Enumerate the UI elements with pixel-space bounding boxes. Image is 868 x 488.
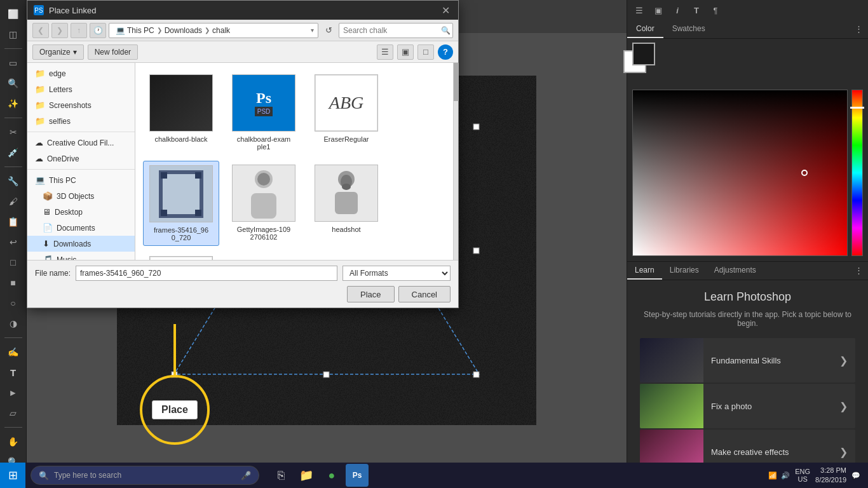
taskbar-task-view[interactable]: ⎘ bbox=[269, 464, 292, 487]
sidebar-music[interactable]: 🎵 Music bbox=[27, 252, 135, 260]
taskbar-network-icon[interactable]: 📶 bbox=[768, 471, 777, 480]
view-options-button[interactable]: ☰ bbox=[377, 44, 393, 60]
dialog-close-button[interactable]: ✕ bbox=[439, 4, 452, 17]
taskbar-file-explorer[interactable]: 📁 bbox=[295, 464, 318, 487]
tutorial-fix-photo[interactable]: Fix a photo ❯ bbox=[640, 384, 855, 428]
sidebar-thispc[interactable]: 💻 This PC bbox=[27, 172, 135, 188]
new-folder-button[interactable]: New folder bbox=[88, 44, 138, 60]
swatches-tab[interactable]: Swatches bbox=[663, 20, 714, 38]
breadcrumb-thispc[interactable]: 💻 This PC bbox=[113, 26, 157, 35]
blur-tool[interactable]: ○ bbox=[4, 294, 23, 312]
taskbar-photoshop[interactable]: Ps bbox=[346, 464, 369, 487]
sidebar-selfies[interactable]: 📁 selfies bbox=[27, 113, 135, 129]
file-seasrn[interactable]: ABG SEASRN__ bbox=[143, 252, 219, 260]
history-brush-tool[interactable]: ↩ bbox=[4, 233, 23, 251]
crop-tool[interactable]: ✂ bbox=[4, 123, 23, 141]
taskbar: ⊞ 🔍 Type here to search 🎤 ⎘ 📁 ● Ps 📶 🔊 E… bbox=[0, 463, 868, 488]
adjustments-tab[interactable]: Adjustments bbox=[707, 262, 764, 280]
file-eraser-regular[interactable]: ABG EraserRegular bbox=[308, 71, 384, 154]
foreground-color-swatch[interactable] bbox=[632, 43, 655, 65]
sidebar-documents[interactable]: 📄 Documents bbox=[27, 220, 135, 236]
search-icon[interactable]: 🔍 bbox=[441, 26, 451, 35]
sidebar-onedrive[interactable]: ☁ OneDrive bbox=[27, 151, 135, 166]
healing-brush-tool[interactable]: 🔧 bbox=[4, 172, 23, 190]
sidebar-downloads[interactable]: ⬇ Downloads bbox=[27, 236, 135, 252]
sidebar-screenshots[interactable]: 📁 Screenshots bbox=[27, 97, 135, 113]
panel-paragraph-icon[interactable]: ¶ bbox=[707, 3, 724, 18]
color-tab[interactable]: Color bbox=[627, 20, 663, 38]
file-gettyimages[interactable]: GettyImages-109 2706102 bbox=[226, 161, 302, 246]
start-button[interactable]: ⊞ bbox=[0, 463, 25, 488]
move-tool[interactable]: ⬜ bbox=[4, 5, 23, 23]
hue-slider[interactable] bbox=[851, 90, 863, 256]
cancel-button[interactable]: Cancel bbox=[398, 286, 451, 302]
hand-tool[interactable]: ✋ bbox=[4, 433, 23, 451]
path-select-tool[interactable]: ► bbox=[4, 384, 23, 402]
sidebar-letters[interactable]: 📁 Letters bbox=[27, 81, 135, 97]
eraser-tool[interactable]: □ bbox=[4, 254, 23, 271]
sep3 bbox=[4, 166, 22, 167]
breadcrumb-downloads[interactable]: Downloads bbox=[162, 26, 205, 35]
nav-refresh-button[interactable]: ↺ bbox=[321, 23, 336, 38]
pen-tool[interactable]: ✍ bbox=[4, 343, 23, 361]
preview-pane-button[interactable]: □ bbox=[417, 44, 434, 60]
search-bar[interactable]: 🔍 bbox=[339, 23, 453, 38]
sidebar-desktop[interactable]: 🖥 Desktop bbox=[27, 204, 135, 220]
help-button[interactable]: ? bbox=[438, 44, 453, 60]
taskbar-clock[interactable]: 3:28 PM 8/28/2019 bbox=[815, 466, 846, 485]
format-select[interactable]: All Formats bbox=[342, 266, 451, 281]
panel-info-icon[interactable]: i bbox=[669, 3, 686, 18]
letters-label: Letters bbox=[49, 85, 72, 94]
quick-select-tool[interactable]: ✨ bbox=[4, 95, 23, 112]
tutorial-fundamental[interactable]: Fundamental Skills ❯ bbox=[640, 338, 855, 383]
taskbar-apps: ⎘ 📁 ● Ps bbox=[264, 464, 374, 487]
hue-indicator bbox=[850, 107, 864, 109]
place-button[interactable]: Place bbox=[347, 286, 395, 302]
taskbar-chrome[interactable]: ● bbox=[320, 464, 343, 487]
learn-panel-options[interactable]: ⋮ bbox=[850, 262, 868, 280]
taskbar-mic-icon[interactable]: 🎤 bbox=[241, 471, 251, 480]
stamp-tool[interactable]: 📋 bbox=[4, 213, 23, 231]
shape-tool[interactable]: ▱ bbox=[4, 404, 23, 422]
search-input[interactable] bbox=[343, 26, 438, 35]
breadcrumb-dropdown-arrow[interactable]: ▾ bbox=[311, 27, 314, 34]
file-headshot[interactable]: headshot bbox=[308, 161, 384, 246]
panel-layer-icon[interactable]: ▣ bbox=[650, 3, 667, 18]
dodge-tool[interactable]: ◑ bbox=[4, 315, 23, 332]
marquee-tool[interactable]: ▭ bbox=[4, 54, 23, 72]
panel-text-icon[interactable]: T bbox=[688, 3, 705, 18]
dialog-titlebar[interactable]: PS Place Linked ✕ bbox=[27, 1, 458, 20]
taskbar-volume-icon[interactable]: 🔊 bbox=[781, 471, 790, 480]
gradient-handle[interactable] bbox=[801, 170, 808, 176]
text-tool[interactable]: T bbox=[4, 363, 23, 381]
lasso-tool[interactable]: 🔍 bbox=[4, 74, 23, 92]
panel-arrange-icon[interactable]: ☰ bbox=[631, 3, 648, 18]
view-toggle-button[interactable]: ▣ bbox=[397, 44, 414, 60]
nav-recent-button[interactable]: 🕐 bbox=[90, 23, 106, 38]
nav-forward-button[interactable]: ❯ bbox=[51, 23, 68, 38]
sidebar-creative-cloud[interactable]: ☁ Creative Cloud Fil... bbox=[27, 135, 135, 151]
file-frames[interactable]: frames-35416_96 0_720 bbox=[143, 161, 219, 246]
libraries-tab[interactable]: Libraries bbox=[662, 262, 707, 280]
nav-back-button[interactable]: ❮ bbox=[32, 23, 49, 38]
fix-photo-arrow: ❯ bbox=[832, 400, 855, 412]
brush-tool[interactable]: 🖌 bbox=[4, 193, 23, 210]
artboard-tool[interactable]: ◫ bbox=[4, 25, 23, 43]
sidebar-3dobjects[interactable]: 📦 3D Objects bbox=[27, 188, 135, 204]
scroll-indicator[interactable] bbox=[453, 63, 458, 260]
eyedropper-tool[interactable]: 💉 bbox=[4, 144, 23, 161]
learn-tab[interactable]: Learn bbox=[627, 262, 662, 280]
color-gradient-picker[interactable] bbox=[632, 90, 848, 256]
breadcrumb-chalk[interactable]: chalk bbox=[210, 26, 233, 35]
color-panel-options[interactable]: ⋮ bbox=[850, 20, 868, 38]
sidebar-edge[interactable]: 📁 edge bbox=[27, 65, 135, 81]
taskbar-notification-icon[interactable]: 💬 bbox=[851, 471, 860, 480]
taskbar-search-bar[interactable]: 🔍 Type here to search 🎤 bbox=[31, 466, 259, 485]
filename-input[interactable] bbox=[76, 266, 337, 281]
organize-button[interactable]: Organize ▾ bbox=[32, 44, 84, 60]
gradient-tool[interactable]: ■ bbox=[4, 274, 23, 292]
file-chalkboard-example[interactable]: Ps PSD chalkboard-exam ple1 bbox=[226, 71, 302, 154]
taskbar-right: 📶 🔊 ENG US 3:28 PM 8/28/2019 💬 bbox=[768, 466, 868, 485]
file-chalkboard-black[interactable]: chalkboard-black bbox=[143, 71, 219, 154]
nav-up-button[interactable]: ↑ bbox=[71, 23, 87, 38]
